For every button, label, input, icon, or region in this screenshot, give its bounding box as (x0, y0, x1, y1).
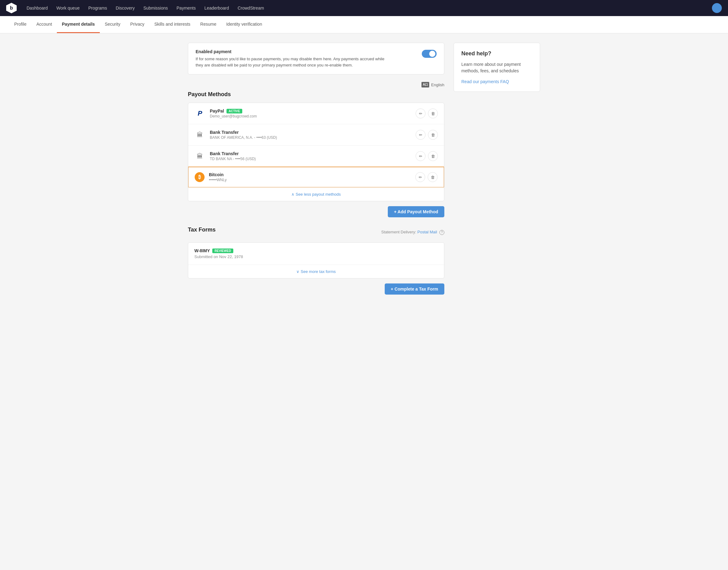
bank-icon: 🏛 (195, 129, 206, 140)
enabled-payment-description: If for some reason you'd like to pause p… (196, 56, 387, 68)
payout-methods-title: Payout Methods (188, 91, 444, 98)
payout-detail: BANK OF AMERICA, N.A. - ••••63 (USD) (210, 135, 416, 140)
payout-item: 🏛 Bank Transfer BANK OF AMERICA, N.A. - … (188, 124, 444, 146)
edit-payout-button[interactable]: ✏ (416, 130, 425, 140)
tax-form-name: W-8IMY REVIEWED (195, 248, 438, 253)
question-icon: ? (439, 230, 444, 235)
payment-toggle[interactable] (422, 50, 437, 58)
payout-name: PayPal ACTIVE (210, 108, 416, 113)
payments-faq-link[interactable]: Read our payments FAQ (461, 79, 509, 84)
tax-form-item: W-8IMY REVIEWED Submitted on Nov 22, 197… (188, 243, 444, 265)
language-icon: A口 (421, 82, 429, 87)
top-nav-item-dashboard[interactable]: Dashboard (23, 4, 52, 12)
top-nav-item-programs[interactable]: Programs (85, 4, 111, 12)
reviewed-badge: REVIEWED (212, 249, 233, 253)
top-nav-links: DashboardWork queueProgramsDiscoverySubm… (23, 4, 712, 12)
payout-item: 🏛 Bank Transfer TD BANK NA - ••••56 (USD… (188, 146, 444, 167)
sub-nav-item-skills-and-interests[interactable]: Skills and interests (149, 16, 195, 33)
sub-nav-item-security[interactable]: Security (100, 16, 125, 33)
complete-tax-form-button[interactable]: + Complete a Tax Form (385, 283, 444, 295)
payout-name: Bank Transfer (210, 130, 416, 135)
bitcoin-icon: ₿ (195, 172, 205, 182)
sub-nav-item-resume[interactable]: Resume (195, 16, 221, 33)
payout-methods-container: P PayPal ACTIVE Demo_user@bugcrowd.com ✏… (188, 103, 444, 201)
statement-delivery: Statement Delivery: Postal Mail ? (381, 230, 444, 235)
tax-forms-container: W-8IMY REVIEWED Submitted on Nov 22, 197… (188, 242, 444, 279)
payout-actions: ✏ 🗑 (416, 130, 438, 140)
help-card: Need help? Learn more about our payment … (454, 43, 540, 92)
sub-nav: ProfileAccountPayment detailsSecurityPri… (0, 16, 728, 33)
bank-icon: 🏛 (195, 151, 206, 162)
top-nav-item-payments[interactable]: Payments (173, 4, 199, 12)
delete-payout-button[interactable]: 🗑 (428, 151, 438, 161)
top-nav: b DashboardWork queueProgramsDiscoverySu… (0, 0, 728, 16)
avatar[interactable] (712, 3, 722, 13)
sub-nav-item-account[interactable]: Account (31, 16, 57, 33)
enabled-payment-section: Enabled payment If for some reason you'd… (188, 43, 444, 74)
payout-item: P PayPal ACTIVE Demo_user@bugcrowd.com ✏… (188, 103, 444, 124)
payout-info: Bank Transfer BANK OF AMERICA, N.A. - ••… (210, 130, 416, 140)
edit-payout-button[interactable]: ✏ (415, 172, 425, 182)
active-badge: ACTIVE (227, 109, 242, 113)
sub-nav-item-identity-verification[interactable]: Identity verification (221, 16, 267, 33)
statement-delivery-link[interactable]: Postal Mail (417, 230, 437, 234)
top-nav-item-submissions[interactable]: Submissions (140, 4, 171, 12)
see-more-tax-forms[interactable]: ∨ See more tax forms (188, 265, 444, 278)
tax-form-date: Submitted on Nov 22, 1978 (195, 254, 438, 259)
delete-payout-button[interactable]: 🗑 (428, 108, 438, 118)
top-nav-item-discovery[interactable]: Discovery (112, 4, 138, 12)
payout-detail: ••••••WNLy (209, 178, 415, 182)
payout-name: Bitcoin (209, 172, 415, 177)
payout-name: Bank Transfer (210, 151, 416, 156)
payout-info: Bitcoin ••••••WNLy (209, 172, 415, 182)
see-less-payout-methods[interactable]: ∧ See less payout methods (188, 187, 444, 201)
help-description: Learn more about our payment methods, fe… (461, 61, 532, 74)
enabled-payment-title: Enabled payment (196, 49, 387, 54)
sub-nav-item-payment-details[interactable]: Payment details (57, 16, 100, 33)
language-label[interactable]: English (431, 82, 444, 87)
payout-actions: ✏ 🗑 (416, 108, 438, 118)
paypal-icon: P (195, 108, 206, 119)
payout-info: Bank Transfer TD BANK NA - ••••56 (USD) (210, 151, 416, 161)
sub-nav-item-profile[interactable]: Profile (9, 16, 31, 33)
top-nav-item-work-queue[interactable]: Work queue (53, 4, 83, 12)
payout-actions: ✏ 🗑 (416, 151, 438, 161)
edit-payout-button[interactable]: ✏ (416, 108, 425, 118)
help-title: Need help? (461, 50, 532, 57)
sub-nav-item-privacy[interactable]: Privacy (125, 16, 149, 33)
payout-detail: Demo_user@bugcrowd.com (210, 114, 416, 118)
logo[interactable]: b (6, 3, 17, 13)
payout-item: ₿ Bitcoin ••••••WNLy ✏ 🗑 (188, 167, 444, 188)
payout-detail: TD BANK NA - ••••56 (USD) (210, 157, 416, 161)
tax-forms-title: Tax Forms (188, 227, 216, 233)
delete-payout-button[interactable]: 🗑 (428, 130, 438, 140)
add-payout-method-button[interactable]: + Add Payout Method (388, 206, 444, 217)
payout-info: PayPal ACTIVE Demo_user@bugcrowd.com (210, 108, 416, 118)
payout-actions: ✏ 🗑 (415, 172, 437, 182)
language-row: A口 English (188, 82, 444, 87)
top-nav-item-crowdstream[interactable]: CrowdStream (234, 4, 268, 12)
edit-payout-button[interactable]: ✏ (416, 151, 425, 161)
top-nav-item-leaderboard[interactable]: Leaderboard (201, 4, 233, 12)
delete-payout-button[interactable]: 🗑 (428, 172, 437, 182)
